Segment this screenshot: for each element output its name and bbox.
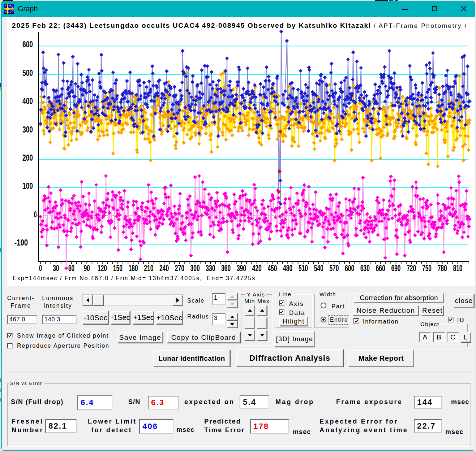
svg-text:450: 450: [267, 264, 277, 273]
svg-text:660: 660: [376, 264, 385, 273]
svg-text:30: 30: [53, 264, 59, 273]
svg-text:90: 90: [84, 264, 90, 273]
svg-text:150: 150: [113, 264, 123, 273]
svg-text:400: 400: [22, 96, 33, 106]
svg-text:690: 690: [391, 264, 401, 273]
svg-text:540: 540: [314, 264, 323, 273]
svg-text:420: 420: [252, 264, 262, 273]
svg-text:270: 270: [175, 264, 184, 273]
svg-text:180: 180: [129, 264, 138, 273]
svg-text:210: 210: [144, 264, 153, 273]
svg-text:570: 570: [329, 264, 339, 273]
svg-text:120: 120: [98, 264, 107, 273]
svg-text:500: 500: [22, 68, 33, 78]
svg-text:2025 Feb 22; (3443) Leetsungda: 2025 Feb 22; (3443) Leetsungdao occults …: [12, 22, 467, 29]
svg-text:630: 630: [360, 264, 370, 273]
svg-text:0: 0: [39, 264, 42, 273]
svg-text:810: 810: [453, 264, 463, 273]
svg-text:600: 600: [22, 40, 33, 49]
svg-text:750: 750: [422, 264, 432, 273]
svg-text:Exp=144msec / Frm No.467.0 / F: Exp=144msec / Frm No.467.0 / Frm Mid= 13…: [13, 275, 256, 281]
svg-text:-100: -100: [14, 238, 28, 247]
svg-text:300: 300: [190, 264, 200, 273]
svg-text:240: 240: [159, 264, 169, 273]
svg-text:200: 200: [22, 153, 33, 162]
svg-text:330: 330: [206, 264, 215, 273]
svg-text:600: 600: [345, 264, 354, 273]
svg-text:780: 780: [438, 264, 447, 273]
svg-text:300: 300: [22, 125, 33, 134]
svg-text:390: 390: [237, 264, 246, 273]
svg-text:360: 360: [221, 264, 231, 273]
svg-text:480: 480: [283, 264, 292, 273]
svg-text:60: 60: [68, 264, 74, 273]
svg-text:0: 0: [34, 210, 37, 219]
svg-text:510: 510: [299, 264, 308, 273]
svg-text:720: 720: [407, 264, 416, 273]
svg-text:100: 100: [22, 181, 33, 191]
